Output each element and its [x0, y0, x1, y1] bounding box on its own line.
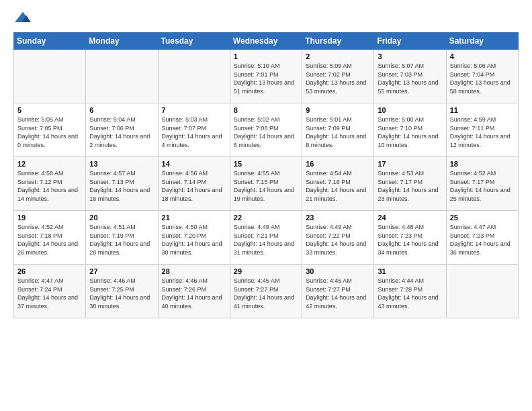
day-info: Sunrise: 4:53 AMSunset: 7:17 PMDaylight:…: [378, 169, 442, 203]
calendar-cell: [446, 265, 518, 318]
day-info: Sunrise: 4:47 AMSunset: 7:23 PMDaylight:…: [450, 223, 515, 257]
day-info: Sunrise: 4:56 AMSunset: 7:14 PMDaylight:…: [162, 169, 226, 203]
day-number: 13: [89, 160, 154, 168]
day-number: 14: [162, 160, 226, 168]
calendar-week-row: 19Sunrise: 4:52 AMSunset: 7:18 PMDayligh…: [14, 211, 519, 265]
day-number: 25: [450, 214, 515, 222]
calendar-cell: 6Sunrise: 5:04 AMSunset: 7:06 PMDaylight…: [86, 103, 158, 157]
day-number: 16: [306, 160, 370, 168]
day-info: Sunrise: 4:50 AMSunset: 7:20 PMDaylight:…: [162, 223, 226, 257]
calendar-cell: 19Sunrise: 4:52 AMSunset: 7:18 PMDayligh…: [14, 211, 86, 265]
calendar-cell: 28Sunrise: 4:46 AMSunset: 7:26 PMDayligh…: [158, 265, 230, 318]
calendar-cell: 22Sunrise: 4:49 AMSunset: 7:21 PMDayligh…: [230, 211, 302, 265]
calendar-cell: 8Sunrise: 5:02 AMSunset: 7:08 PMDaylight…: [230, 103, 302, 157]
calendar-cell: 31Sunrise: 4:44 AMSunset: 7:28 PMDayligh…: [374, 265, 446, 318]
calendar-cell: 3Sunrise: 5:07 AMSunset: 7:03 PMDaylight…: [374, 50, 446, 103]
weekday-header-sunday: Sunday: [14, 33, 86, 50]
calendar-cell: 9Sunrise: 5:01 AMSunset: 7:09 PMDaylight…: [302, 103, 374, 157]
calendar-cell: 16Sunrise: 4:54 AMSunset: 7:16 PMDayligh…: [302, 157, 374, 211]
calendar-cell: 20Sunrise: 4:51 AMSunset: 7:19 PMDayligh…: [86, 211, 158, 265]
day-info: Sunrise: 4:57 AMSunset: 7:13 PMDaylight:…: [89, 169, 154, 203]
day-info: Sunrise: 4:49 AMSunset: 7:22 PMDaylight:…: [306, 223, 370, 257]
weekday-header-friday: Friday: [374, 33, 446, 50]
day-number: 9: [306, 106, 370, 114]
day-info: Sunrise: 4:55 AMSunset: 7:15 PMDaylight:…: [234, 169, 298, 203]
day-info: Sunrise: 4:58 AMSunset: 7:12 PMDaylight:…: [17, 169, 82, 203]
day-info: Sunrise: 4:49 AMSunset: 7:21 PMDaylight:…: [234, 223, 298, 257]
day-number: 6: [89, 106, 154, 114]
calendar-cell: 27Sunrise: 4:46 AMSunset: 7:25 PMDayligh…: [86, 265, 158, 318]
logo: [13, 11, 35, 26]
day-number: 26: [17, 267, 82, 275]
day-info: Sunrise: 4:48 AMSunset: 7:23 PMDaylight:…: [378, 223, 442, 257]
day-number: 1: [234, 52, 298, 60]
day-info: Sunrise: 5:03 AMSunset: 7:07 PMDaylight:…: [162, 116, 226, 149]
day-info: Sunrise: 4:51 AMSunset: 7:19 PMDaylight:…: [89, 223, 154, 257]
calendar-table: SundayMondayTuesdayWednesdayThursdayFrid…: [13, 32, 519, 318]
calendar-cell: 14Sunrise: 4:56 AMSunset: 7:14 PMDayligh…: [158, 157, 230, 211]
day-info: Sunrise: 4:45 AMSunset: 7:27 PMDaylight:…: [234, 277, 298, 310]
day-info: Sunrise: 4:46 AMSunset: 7:25 PMDaylight:…: [89, 277, 154, 310]
day-info: Sunrise: 4:44 AMSunset: 7:28 PMDaylight:…: [378, 277, 442, 310]
weekday-header-tuesday: Tuesday: [158, 33, 230, 50]
calendar-cell: 10Sunrise: 5:00 AMSunset: 7:10 PMDayligh…: [374, 103, 446, 157]
day-info: Sunrise: 5:07 AMSunset: 7:03 PMDaylight:…: [378, 62, 442, 95]
calendar-cell: 13Sunrise: 4:57 AMSunset: 7:13 PMDayligh…: [86, 157, 158, 211]
weekday-header-thursday: Thursday: [302, 33, 374, 50]
day-info: Sunrise: 5:10 AMSunset: 7:01 PMDaylight:…: [234, 62, 298, 95]
day-info: Sunrise: 4:54 AMSunset: 7:16 PMDaylight:…: [306, 169, 370, 203]
day-info: Sunrise: 4:52 AMSunset: 7:17 PMDaylight:…: [450, 169, 515, 203]
day-info: Sunrise: 4:59 AMSunset: 7:11 PMDaylight:…: [450, 116, 515, 149]
calendar-cell: 2Sunrise: 5:09 AMSunset: 7:02 PMDaylight…: [302, 50, 374, 103]
calendar-week-row: 26Sunrise: 4:47 AMSunset: 7:24 PMDayligh…: [14, 265, 519, 318]
day-number: 31: [378, 267, 442, 275]
day-number: 4: [450, 52, 515, 60]
day-number: 12: [17, 160, 82, 168]
day-number: 19: [17, 214, 82, 222]
day-number: 3: [378, 52, 442, 60]
weekday-header-row: SundayMondayTuesdayWednesdayThursdayFrid…: [14, 33, 519, 50]
day-number: 29: [234, 267, 298, 275]
calendar-cell: 7Sunrise: 5:03 AMSunset: 7:07 PMDaylight…: [158, 103, 230, 157]
calendar-cell: [86, 50, 158, 103]
calendar-cell: 11Sunrise: 4:59 AMSunset: 7:11 PMDayligh…: [446, 103, 518, 157]
calendar-cell: 18Sunrise: 4:52 AMSunset: 7:17 PMDayligh…: [446, 157, 518, 211]
day-info: Sunrise: 5:05 AMSunset: 7:05 PMDaylight:…: [17, 116, 82, 149]
day-number: 8: [234, 106, 298, 114]
calendar-cell: 5Sunrise: 5:05 AMSunset: 7:05 PMDaylight…: [14, 103, 86, 157]
page-header: [13, 11, 519, 26]
day-number: 21: [162, 214, 226, 222]
calendar-week-row: 1Sunrise: 5:10 AMSunset: 7:01 PMDaylight…: [14, 50, 519, 103]
day-number: 28: [162, 267, 226, 275]
calendar-cell: 4Sunrise: 5:06 AMSunset: 7:04 PMDaylight…: [446, 50, 518, 103]
calendar-week-row: 5Sunrise: 5:05 AMSunset: 7:05 PMDaylight…: [14, 103, 519, 157]
day-number: 27: [89, 267, 154, 275]
day-number: 11: [450, 106, 515, 114]
calendar-week-row: 12Sunrise: 4:58 AMSunset: 7:12 PMDayligh…: [14, 157, 519, 211]
calendar-cell: 30Sunrise: 4:45 AMSunset: 7:27 PMDayligh…: [302, 265, 374, 318]
day-number: 23: [306, 214, 370, 222]
day-number: 2: [306, 52, 370, 60]
day-info: Sunrise: 5:04 AMSunset: 7:06 PMDaylight:…: [89, 116, 154, 149]
calendar-cell: 15Sunrise: 4:55 AMSunset: 7:15 PMDayligh…: [230, 157, 302, 211]
day-number: 17: [378, 160, 442, 168]
calendar-cell: 12Sunrise: 4:58 AMSunset: 7:12 PMDayligh…: [14, 157, 86, 211]
weekday-header-monday: Monday: [86, 33, 158, 50]
day-info: Sunrise: 4:47 AMSunset: 7:24 PMDaylight:…: [17, 277, 82, 310]
calendar-cell: 29Sunrise: 4:45 AMSunset: 7:27 PMDayligh…: [230, 265, 302, 318]
day-number: 20: [89, 214, 154, 222]
weekday-header-saturday: Saturday: [446, 33, 518, 50]
calendar-cell: 17Sunrise: 4:53 AMSunset: 7:17 PMDayligh…: [374, 157, 446, 211]
day-number: 24: [378, 214, 442, 222]
day-info: Sunrise: 4:46 AMSunset: 7:26 PMDaylight:…: [162, 277, 226, 310]
day-info: Sunrise: 4:45 AMSunset: 7:27 PMDaylight:…: [306, 277, 370, 310]
day-info: Sunrise: 4:52 AMSunset: 7:18 PMDaylight:…: [17, 223, 82, 257]
day-info: Sunrise: 5:06 AMSunset: 7:04 PMDaylight:…: [450, 62, 515, 95]
day-number: 15: [234, 160, 298, 168]
day-info: Sunrise: 5:00 AMSunset: 7:10 PMDaylight:…: [378, 116, 442, 149]
day-number: 18: [450, 160, 515, 168]
logo-icon: [13, 11, 32, 26]
calendar-cell: [14, 50, 86, 103]
calendar-cell: 26Sunrise: 4:47 AMSunset: 7:24 PMDayligh…: [14, 265, 86, 318]
weekday-header-wednesday: Wednesday: [230, 33, 302, 50]
